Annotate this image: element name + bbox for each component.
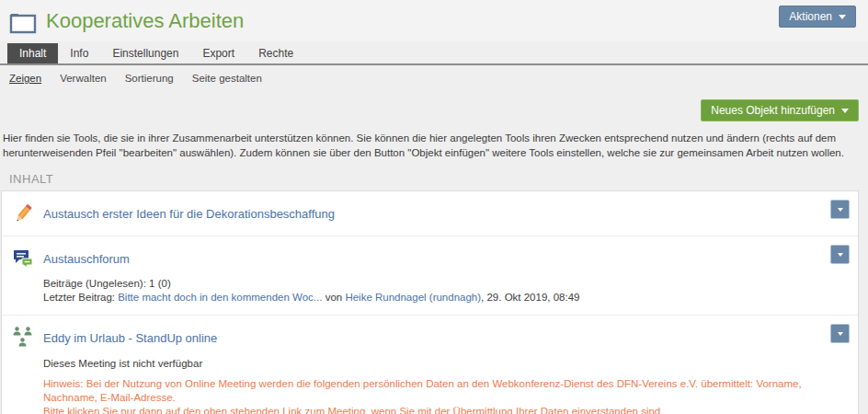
forum-last-post: Letzter Beitrag: Bitte macht doch in den… xyxy=(43,291,821,305)
forum-icon xyxy=(11,247,35,270)
last-post-author-link[interactable]: Heike Rundnagel (rundnagh) xyxy=(345,292,481,303)
item-actions-dropdown-button[interactable] xyxy=(830,324,850,343)
subtab-bar: Zeigen Verwalten Sortierung Seite gestal… xyxy=(0,65,868,89)
page-title: Kooperatives Arbeiten xyxy=(46,10,244,32)
actions-button[interactable]: Aktionen xyxy=(779,6,856,28)
von-label: von xyxy=(326,292,343,303)
item-link-austausch-ideen[interactable]: Austausch erster Ideen für die Dekoratio… xyxy=(43,207,335,221)
add-object-button-label: Neues Objekt hinzufügen xyxy=(711,104,835,117)
group-icon xyxy=(11,326,35,350)
warning-line-1: Hinweis: Bei der Nutzung von Online Meet… xyxy=(43,377,821,405)
subtab-zeigen[interactable]: Zeigen xyxy=(9,73,41,84)
content-list: Austausch erster Ideen für die Dekoratio… xyxy=(1,190,859,414)
warning-line-2: Bitte klicken Sie nur dann auf den oben … xyxy=(43,405,821,414)
item-link-austauschforum[interactable]: Austauschforum xyxy=(43,252,130,266)
subtab-sortierung[interactable]: Sortierung xyxy=(125,73,174,84)
toolbar: Neues Objekt hinzufügen xyxy=(0,89,868,129)
chevron-down-icon xyxy=(838,253,843,257)
forum-posts-count: Beiträge (Ungelesen): 1 (0) xyxy=(43,277,821,291)
last-post-date: , 29. Okt 2019, 08:49 xyxy=(481,292,579,303)
chevron-down-icon xyxy=(838,332,843,336)
list-item: Eddy im Urlaub - StandUp online Dieses M… xyxy=(2,315,858,414)
section-header-inhalt: INHALT xyxy=(0,160,868,190)
meeting-status: Dieses Meeting ist nicht verfügbar xyxy=(43,358,821,369)
add-object-button[interactable]: Neues Objekt hinzufügen xyxy=(701,99,859,121)
meeting-privacy-warning: Hinweis: Bei der Nutzung von Online Meet… xyxy=(43,377,821,414)
page-description: Hier finden sie Tools, die sie in ihrer … xyxy=(0,129,868,160)
actions-button-label: Aktionen xyxy=(789,10,832,23)
subtab-seite-gestalten[interactable]: Seite gestalten xyxy=(192,73,262,84)
chevron-down-icon xyxy=(838,208,843,212)
item-properties: Beiträge (Ungelesen): 1 (0) Letzter Beit… xyxy=(43,277,821,305)
last-post-label: Letzter Beitrag: xyxy=(43,292,115,303)
tab-einstellungen[interactable]: Einstellungen xyxy=(100,43,190,63)
tab-export[interactable]: Export xyxy=(190,43,246,63)
folder-icon xyxy=(9,9,37,34)
item-actions-dropdown-button[interactable] xyxy=(830,245,850,264)
chevron-down-icon xyxy=(841,109,849,113)
tab-bar: Inhalt Info Einstellungen Export Rechte xyxy=(0,43,868,65)
item-actions-dropdown-button[interactable] xyxy=(830,200,850,219)
tab-rechte[interactable]: Rechte xyxy=(246,43,305,63)
page-header: Kooperatives Arbeiten Aktionen xyxy=(0,0,868,41)
list-item: Austausch erster Ideen für die Dekoratio… xyxy=(2,191,858,236)
item-link-eddy-standup[interactable]: Eddy im Urlaub - StandUp online xyxy=(43,331,217,345)
last-post-link[interactable]: Bitte macht doch in den kommenden Woc... xyxy=(118,292,322,303)
tab-info[interactable]: Info xyxy=(58,43,100,63)
list-item: Austauschforum Beiträge (Ungelesen): 1 (… xyxy=(2,236,858,315)
tab-inhalt[interactable]: Inhalt xyxy=(7,43,58,63)
pencil-icon xyxy=(11,201,35,225)
subtab-verwalten[interactable]: Verwalten xyxy=(60,73,107,84)
chevron-down-icon xyxy=(839,15,846,19)
